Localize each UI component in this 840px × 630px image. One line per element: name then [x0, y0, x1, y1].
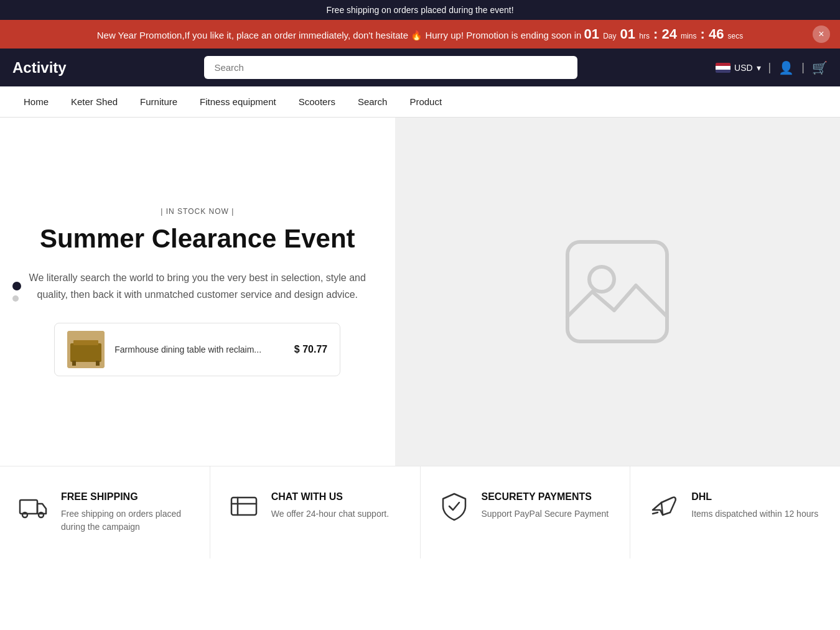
feature-free-shipping-content: FREE SHIPPING Free shipping on orders pl… — [61, 491, 191, 534]
feature-security: SECURETY PAYMENTS Support PayPal Secure … — [421, 466, 631, 558]
countdown: 01 Day 01 hrs : 24 mins : 46 secs — [584, 26, 744, 42]
features-section: FREE SHIPPING Free shipping on orders pl… — [0, 466, 840, 558]
hero-image-placeholder — [555, 229, 679, 354]
currency-selector[interactable]: USD ▾ — [716, 63, 761, 73]
feature-security-content: SECURETY PAYMENTS Support PayPal Secure … — [482, 491, 609, 521]
nav-item-keter-shed[interactable]: Keter Shed — [60, 86, 129, 117]
svg-point-8 — [22, 512, 27, 517]
promo-message: New Year Promotion,If you like it, place… — [97, 30, 582, 40]
nav-item-scooters[interactable]: Scooters — [287, 86, 347, 117]
chat-icon — [229, 491, 259, 527]
countdown-days: 01 — [584, 26, 599, 42]
svg-rect-2 — [73, 340, 98, 345]
navigation: Home Keter Shed Furniture Fitness equipm… — [0, 86, 840, 118]
plane-icon — [649, 491, 679, 527]
feature-dhl: DHL Items dispatched within 12 hours — [630, 466, 840, 558]
slider-dot-1[interactable] — [12, 282, 21, 290]
feature-free-shipping-desc: Free shipping on orders placed during th… — [61, 507, 191, 534]
hero-title: Summer Clearance Event — [40, 223, 355, 254]
header-divider2: | — [801, 61, 805, 74]
countdown-hrs: 01 — [620, 26, 635, 42]
feature-chat-title: CHAT WITH US — [271, 491, 389, 503]
hero-description: We literally search the world to bring y… — [25, 269, 370, 303]
countdown-secs: 46 — [709, 26, 724, 42]
feature-chat-desc: We offer 24-hour chat support. — [271, 507, 389, 521]
currency-label: USD — [734, 63, 753, 73]
currency-dropdown-icon: ▾ — [757, 63, 761, 73]
hero-right — [395, 118, 841, 466]
promo-text: New Year Promotion,If you like it, place… — [12, 26, 828, 42]
in-stock-label: | IN STOCK NOW | — [161, 207, 234, 216]
svg-rect-4 — [96, 361, 100, 366]
countdown-day-label: Day — [603, 32, 616, 40]
feature-security-desc: Support PayPal Secure Payment — [482, 507, 609, 521]
hero-product-card[interactable]: Farmhouse dining table with reclaim... $… — [54, 323, 340, 376]
feature-dhl-content: DHL Items dispatched within 12 hours — [691, 491, 818, 521]
nav-item-fitness-equipment[interactable]: Fitness equipment — [189, 86, 287, 117]
svg-rect-7 — [20, 500, 37, 514]
user-icon[interactable]: 👤 — [778, 60, 794, 75]
feature-chat-content: CHAT WITH US We offer 24-hour chat suppo… — [271, 491, 389, 521]
countdown-separator1: : — [653, 26, 661, 42]
header-divider: | — [768, 61, 772, 74]
truck-icon — [19, 491, 49, 527]
search-input[interactable] — [204, 56, 577, 79]
shield-icon — [439, 491, 469, 527]
feature-security-title: SECURETY PAYMENTS — [482, 491, 609, 503]
search-container — [204, 56, 577, 79]
feature-free-shipping-title: FREE SHIPPING — [61, 491, 191, 503]
slider-dot-2[interactable] — [12, 295, 19, 302]
feature-dhl-desc: Items dispatched within 12 hours — [691, 507, 818, 521]
svg-point-6 — [589, 267, 614, 292]
slider-controls — [12, 282, 21, 302]
feature-free-shipping: FREE SHIPPING Free shipping on orders pl… — [0, 466, 210, 558]
countdown-mins: 24 — [661, 26, 676, 42]
flag-icon — [716, 63, 730, 73]
svg-point-9 — [39, 512, 44, 517]
hero-product-image — [67, 331, 105, 368]
hero-section: | IN STOCK NOW | Summer Clearance Event … — [0, 118, 840, 466]
svg-rect-1 — [70, 343, 101, 362]
feature-chat: CHAT WITH US We offer 24-hour chat suppo… — [210, 466, 421, 558]
svg-rect-3 — [72, 361, 76, 366]
logo: Activity — [12, 59, 67, 76]
promo-banner: New Year Promotion,If you like it, place… — [0, 20, 840, 49]
hero-product-price: $ 70.77 — [294, 344, 327, 355]
nav-item-product[interactable]: Product — [398, 86, 453, 117]
countdown-hrs-label: hrs — [639, 32, 650, 40]
hero-left: | IN STOCK NOW | Summer Clearance Event … — [0, 118, 395, 466]
announcement-bar: Free shipping on orders placed during th… — [0, 0, 840, 20]
promo-close-button[interactable]: × — [813, 25, 830, 43]
nav-item-home[interactable]: Home — [12, 86, 60, 117]
feature-dhl-title: DHL — [691, 491, 818, 503]
announcement-text: Free shipping on orders placed during th… — [326, 5, 513, 15]
nav-item-furniture[interactable]: Furniture — [129, 86, 189, 117]
svg-rect-5 — [567, 242, 667, 341]
cart-icon[interactable]: 🛒 — [812, 60, 828, 75]
countdown-mins-label: mins — [681, 32, 696, 40]
countdown-separator2: : — [701, 26, 709, 42]
svg-rect-10 — [231, 498, 256, 515]
hero-product-name: Farmhouse dining table with reclaim... — [114, 345, 284, 354]
nav-item-search[interactable]: Search — [347, 86, 399, 117]
countdown-secs-label: secs — [728, 32, 744, 40]
header: Activity USD ▾ | 👤 | 🛒 — [0, 49, 840, 86]
header-actions: USD ▾ | 👤 | 🛒 — [716, 60, 828, 75]
